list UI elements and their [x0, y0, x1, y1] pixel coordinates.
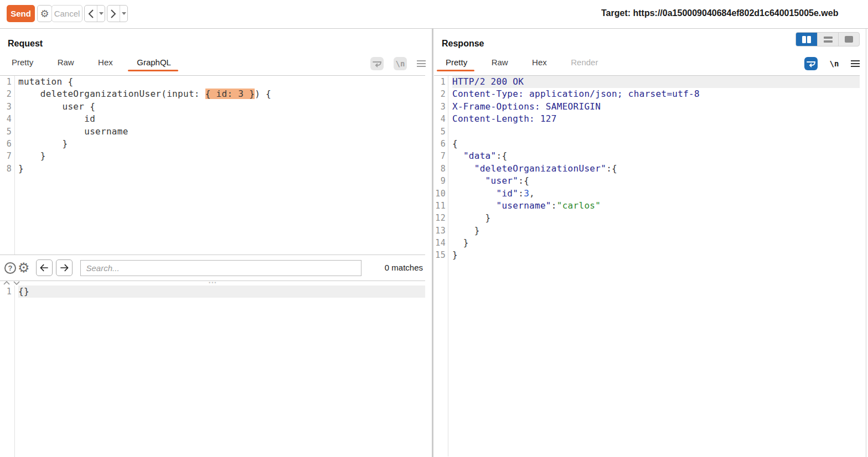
word-wrap-icon[interactable]: [370, 57, 384, 70]
code-line[interactable]: Content-Type: application/json; charset=…: [452, 88, 860, 100]
layout-toggle-group: [795, 32, 860, 46]
search-input[interactable]: [80, 260, 361, 276]
newline-toggle-icon[interactable]: \n: [394, 57, 407, 70]
code-line[interactable]: {: [452, 138, 860, 150]
layout-rows-button[interactable]: [817, 33, 838, 46]
line-number: 4: [434, 113, 446, 125]
send-button[interactable]: Send: [7, 5, 35, 22]
code-line[interactable]: }: [452, 212, 860, 224]
request-panel: Request Pretty Raw Hex GraphQL \n 123456…: [0, 29, 432, 457]
code-column[interactable]: mutation { deleteOrganizationUser(input:…: [15, 76, 425, 255]
newline-toggle-icon[interactable]: \n: [828, 57, 841, 70]
code-line[interactable]: "user":{: [452, 175, 860, 187]
code-line[interactable]: user {: [18, 101, 425, 113]
layout-columns-icon: [802, 36, 811, 43]
panel-divider[interactable]: [432, 29, 433, 457]
cancel-button[interactable]: Cancel: [51, 5, 82, 22]
code-segment: "carlos": [557, 200, 601, 211]
code-segment: "deleteOrganizationUser": [474, 163, 606, 174]
line-number: 14: [434, 237, 446, 249]
code-line[interactable]: Content-Length: 127: [452, 113, 860, 125]
editor-menu-icon[interactable]: [849, 57, 862, 70]
line-number-gutter: 123456789101112131415: [434, 76, 448, 456]
graphql-variables-editor[interactable]: 1{}: [0, 285, 425, 457]
response-editor[interactable]: 123456789101112131415HTTP/2 200 OKConten…: [434, 75, 860, 456]
tab-response-pretty[interactable]: Pretty: [446, 58, 467, 67]
arrow-left-icon: [39, 262, 50, 273]
code-line[interactable]: {}: [18, 285, 425, 298]
response-tabs: Pretty Raw Hex Render: [434, 58, 598, 74]
line-number: 6: [434, 138, 446, 150]
code-line[interactable]: "deleteOrganizationUser":{: [452, 163, 860, 175]
code-segment: "username": [496, 200, 551, 211]
line-number: 3: [434, 101, 446, 113]
splitter-handle-dots[interactable]: •••: [209, 280, 217, 285]
history-back-combo: [84, 5, 105, 22]
tab-response-raw[interactable]: Raw: [492, 58, 508, 67]
code-segment: ,: [529, 188, 535, 199]
chevron-left-icon: [87, 9, 95, 19]
code-line[interactable]: "data":{: [452, 150, 860, 162]
tab-request-pretty[interactable]: Pretty: [12, 58, 33, 67]
tab-request-raw[interactable]: Raw: [58, 58, 74, 67]
tab-request-hex[interactable]: Hex: [98, 58, 113, 67]
code-segment: }: [18, 138, 68, 149]
code-segment: "user": [485, 175, 519, 186]
splitter-collapse-controls: [3, 281, 20, 285]
tab-response-render[interactable]: Render: [571, 58, 598, 67]
code-line[interactable]: X-Frame-Options: SAMEORIGIN: [452, 101, 860, 113]
code-segment: :{: [496, 150, 507, 161]
chevron-right-icon: [110, 9, 117, 19]
code-line[interactable]: }: [452, 249, 860, 261]
code-line[interactable]: username: [18, 126, 425, 138]
code-line[interactable]: "id":3,: [452, 188, 860, 200]
code-line[interactable]: }: [18, 138, 425, 150]
history-forward-dropdown[interactable]: [120, 6, 127, 22]
layout-single-icon: [845, 36, 853, 43]
code-line[interactable]: "username":"carlos": [452, 200, 860, 212]
search-settings-icon[interactable]: ⚙: [18, 261, 30, 274]
code-line[interactable]: }: [452, 225, 860, 237]
search-next-button[interactable]: [56, 259, 73, 276]
line-number-gutter: 12345678: [0, 76, 15, 255]
code-line[interactable]: HTTP/2 200 OK: [452, 76, 860, 88]
code-segment: }: [452, 225, 480, 236]
send-settings-button[interactable]: ⚙: [37, 5, 52, 22]
code-line[interactable]: }: [452, 237, 860, 249]
layout-columns-button[interactable]: [796, 33, 817, 46]
code-segment: {: [452, 138, 458, 149]
history-back-button[interactable]: [85, 6, 97, 22]
search-match-count: 0 matches: [385, 263, 423, 272]
layout-rows-icon: [824, 37, 833, 43]
code-line[interactable]: [452, 126, 860, 138]
tab-request-graphql[interactable]: GraphQL: [137, 58, 171, 67]
request-tabs: Pretty Raw Hex GraphQL: [0, 58, 171, 74]
code-segment: deleteOrganizationUser(input:: [18, 89, 205, 99]
layout-single-button[interactable]: [838, 33, 859, 46]
request-editor[interactable]: 12345678mutation { deleteOrganizationUse…: [0, 75, 425, 255]
word-wrap-icon[interactable]: [804, 57, 818, 70]
search-prev-button[interactable]: [36, 259, 53, 276]
chevron-down-icon[interactable]: [13, 281, 20, 285]
code-line[interactable]: }: [18, 163, 425, 175]
code-line[interactable]: }: [18, 150, 425, 162]
code-line[interactable]: deleteOrganizationUser(input: { id: 3 })…: [18, 88, 425, 100]
code-segment: 3: [524, 188, 529, 199]
code-segment: [452, 150, 463, 161]
variables-splitter[interactable]: •••: [0, 281, 425, 285]
code-segment: ) {: [255, 89, 271, 99]
history-forward-button[interactable]: [107, 6, 120, 22]
code-column[interactable]: {}: [15, 285, 425, 457]
history-back-dropdown[interactable]: [97, 6, 105, 22]
code-line[interactable]: id: [18, 113, 425, 125]
chevron-up-icon[interactable]: [3, 281, 10, 285]
line-number: 11: [434, 200, 446, 212]
editor-menu-icon[interactable]: [415, 57, 428, 70]
code-column[interactable]: HTTP/2 200 OKContent-Type: application/j…: [448, 76, 860, 456]
code-line[interactable]: mutation {: [18, 76, 425, 88]
window-right-edge: [866, 29, 866, 457]
line-number: 2: [0, 88, 12, 100]
tab-response-hex[interactable]: Hex: [532, 58, 547, 67]
response-panel-title: Response: [442, 39, 484, 49]
help-icon[interactable]: ?: [4, 262, 16, 274]
